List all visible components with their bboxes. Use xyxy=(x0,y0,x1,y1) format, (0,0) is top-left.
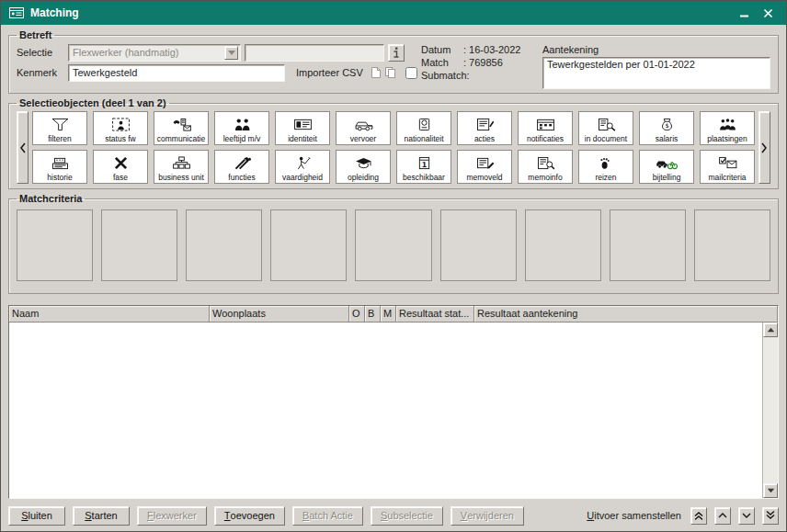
selectieobject-opleiding[interactable]: opleiding xyxy=(336,150,391,184)
move-down-button[interactable] xyxy=(738,507,755,525)
matchcriteria-slot[interactable] xyxy=(355,209,431,281)
selectieobject-vaardigheid[interactable]: vaardigheid xyxy=(275,150,330,184)
move-top-button[interactable] xyxy=(690,507,707,525)
scroll-down-button[interactable] xyxy=(763,483,778,498)
scroll-down-icon xyxy=(767,488,775,493)
scroll-right-button[interactable] xyxy=(758,111,770,184)
importeer-csv-label: Importeer CSV xyxy=(296,67,363,78)
column-header-woonplaats[interactable]: Woonplaats xyxy=(210,306,349,323)
svg-text:1: 1 xyxy=(421,160,427,168)
match-label: Match xyxy=(421,57,463,68)
flexwerker-button[interactable]: Flexwerker xyxy=(137,506,207,526)
mail-criteria-icon xyxy=(717,152,738,174)
selectieobject-plaatsingen[interactable]: plaatsingen xyxy=(700,111,755,145)
starten-button[interactable]: Starten xyxy=(73,506,130,526)
import-csv-copy-icon[interactable] xyxy=(384,66,396,79)
transport-car-icon xyxy=(353,113,374,135)
selectie-dropdown[interactable]: Flexwerker (handmatig) xyxy=(68,44,241,62)
selectieobject-identiteit[interactable]: identiteit xyxy=(275,111,330,145)
history-register-icon xyxy=(50,152,71,174)
selectie-extra-input[interactable] xyxy=(245,44,384,62)
selectieobject-in-document[interactable]: in document xyxy=(578,111,633,145)
selectieobject-bijtelling[interactable]: bijtelling xyxy=(639,150,694,184)
matchcriteria-group: Matchcriteria xyxy=(8,193,779,294)
memo-field-icon xyxy=(474,152,496,174)
matchcriteria-slot[interactable] xyxy=(270,209,347,281)
selectieobject-reizen[interactable]: reizen xyxy=(578,150,633,184)
phase-x-icon xyxy=(110,152,131,174)
selectieobject-status-fw[interactable]: status fw xyxy=(93,111,148,145)
selectieobject-acties[interactable]: acties xyxy=(457,111,512,145)
scroll-up-icon xyxy=(767,327,775,333)
footer-bar: Sluiten Starten Flexwerker Toevoegen Bat… xyxy=(8,505,779,526)
selectieobject-communicatie[interactable]: communicatie xyxy=(154,111,209,145)
available-calendar-icon: 1 xyxy=(414,152,435,174)
matchcriteria-slots xyxy=(17,209,770,281)
nationality-passport-icon xyxy=(414,113,435,135)
aantekening-box[interactable]: Tewerkgestelden per 01-01-2022 xyxy=(542,57,770,89)
batch-actie-button[interactable]: Batch Actie xyxy=(292,506,363,526)
sluiten-button[interactable]: Sluiten xyxy=(8,506,65,526)
subselectie-button[interactable]: Subselectie xyxy=(371,506,443,526)
filter-icon xyxy=(50,113,71,135)
matchcriteria-slot[interactable] xyxy=(440,209,517,281)
column-header-b[interactable]: B xyxy=(365,306,381,323)
matchcriteria-slot[interactable] xyxy=(694,209,770,281)
identity-card-icon xyxy=(292,113,314,135)
selectieobject-fase[interactable]: fase xyxy=(93,150,148,184)
matchcriteria-slot[interactable] xyxy=(610,209,686,281)
column-header-resultaat-aantekening[interactable]: Resultaat aantekening xyxy=(474,306,778,323)
table-rows[interactable] xyxy=(9,323,762,498)
submatch-label: Submatch: xyxy=(421,70,463,81)
close-button[interactable] xyxy=(758,4,777,22)
matchcriteria-slot[interactable] xyxy=(101,209,177,281)
selectieobjecten-group: Selectieobjecten (deel 1 van 2) filteren… xyxy=(8,97,779,189)
selectieobject-historie[interactable]: historie xyxy=(32,150,87,184)
verwijderen-button[interactable]: Verwijderen xyxy=(451,506,524,526)
scroll-left-button[interactable] xyxy=(17,111,29,184)
datum-value: : 16-03-2022 xyxy=(463,44,520,55)
minimize-icon xyxy=(739,8,749,18)
kenmerk-input[interactable] xyxy=(68,64,285,82)
selectieobject-beschikbaar[interactable]: 1 beschikbaar xyxy=(396,150,451,184)
selectieobject-vervoer[interactable]: vervoer xyxy=(336,111,391,145)
minimize-button[interactable] xyxy=(735,4,753,22)
column-header-o[interactable]: O xyxy=(349,306,365,323)
column-header-naam[interactable]: Naam xyxy=(9,306,210,323)
selectieobject-leeftijd[interactable]: leeftijd m/v xyxy=(214,111,269,145)
scroll-up-button[interactable] xyxy=(763,323,778,337)
results-table: Naam Woonplaats O B M Resultaat stat... … xyxy=(8,305,779,499)
selectieobject-business-unit[interactable]: business unit xyxy=(154,150,209,184)
move-top-icon xyxy=(692,509,705,522)
column-header-m[interactable]: M xyxy=(381,306,396,323)
info-icon xyxy=(393,47,400,58)
matchcriteria-slot[interactable] xyxy=(186,209,262,281)
selectieobject-memoveld[interactable]: memoveld xyxy=(457,150,512,184)
selectieobject-memoinfo[interactable]: memoinfo xyxy=(518,150,573,184)
aantekening-label: Aantekening xyxy=(542,44,599,55)
selectieobject-functies[interactable]: functies xyxy=(214,150,269,184)
selectieobject-mailcriteria[interactable]: mailcriteria xyxy=(700,150,755,184)
vertical-scrollbar[interactable] xyxy=(762,323,778,498)
selectieobject-notificaties[interactable]: notificaties xyxy=(518,111,573,145)
import-csv-file-icon[interactable] xyxy=(371,66,382,79)
education-cap-icon xyxy=(353,152,374,174)
titlebar[interactable]: Matching xyxy=(1,1,786,25)
matchcriteria-slot[interactable] xyxy=(525,209,601,281)
chevron-down-icon[interactable] xyxy=(224,46,238,60)
matchcriteria-slot[interactable] xyxy=(17,209,93,281)
selectieobject-nationaliteit[interactable]: nationaliteit xyxy=(396,111,451,145)
move-bottom-button[interactable] xyxy=(762,507,779,525)
info-button[interactable] xyxy=(388,44,405,62)
selectieobject-salaris[interactable]: $ salaris xyxy=(639,111,694,145)
window-title: Matching xyxy=(30,6,729,19)
scrollbar-track[interactable] xyxy=(763,337,778,483)
move-up-button[interactable] xyxy=(714,507,731,525)
betreft-group: Betreft Selectie Flexwerker (handmatig) xyxy=(8,29,779,94)
column-header-resultaat-status[interactable]: Resultaat stat... xyxy=(396,306,474,323)
importeer-csv-checkbox[interactable] xyxy=(405,67,417,79)
selectieobject-filteren[interactable]: filteren xyxy=(32,111,87,145)
notifications-calendar-icon xyxy=(535,113,556,135)
toevoegen-button[interactable]: Toevoegen xyxy=(214,506,285,526)
selectieobjecten-grid: filteren status fw communicatie leeftijd… xyxy=(32,111,755,184)
